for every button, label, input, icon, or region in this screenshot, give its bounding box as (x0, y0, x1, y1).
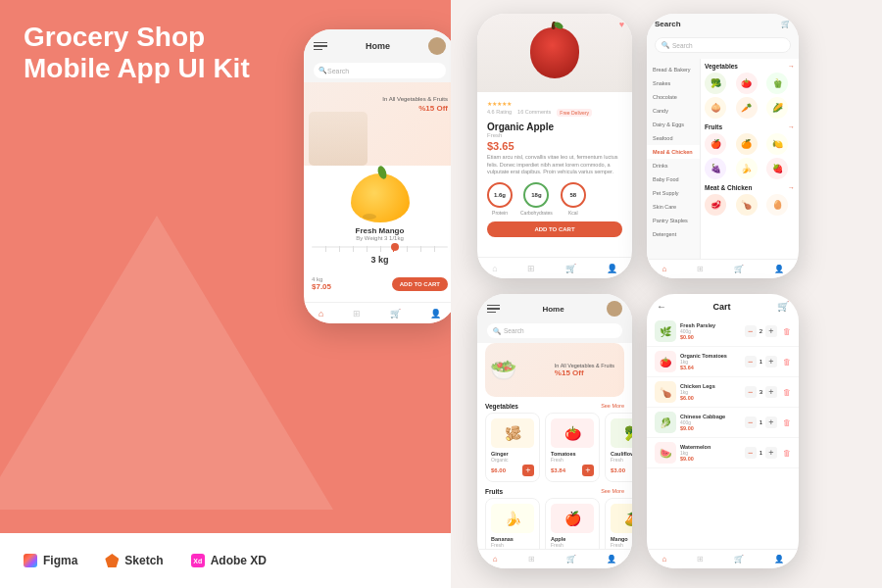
delete-cabbage[interactable]: 🗑 (783, 418, 791, 427)
fruits-arrow[interactable]: → (788, 123, 795, 130)
profile-nav[interactable]: 👤 (607, 264, 617, 273)
orange-item[interactable]: 🍊 (736, 133, 758, 155)
grid-nav[interactable]: ⊞ (697, 555, 704, 564)
ginger-card[interactable]: 🫚 Ginger Organic $6.00 + (485, 413, 540, 482)
delete-watermelon[interactable]: 🗑 (783, 449, 791, 458)
cart-icon[interactable]: 🛒 (777, 301, 789, 312)
banana-item[interactable]: 🍌 (736, 158, 758, 179)
back-button[interactable]: ← (657, 301, 666, 312)
cart-nav[interactable]: 🛒 (566, 555, 576, 564)
tomato-item[interactable]: 🍅 (736, 73, 758, 94)
profile-nav[interactable]: 👤 (607, 555, 616, 564)
grid-nav[interactable]: ⊞ (527, 264, 535, 273)
cart-nav[interactable]: 🛒 (565, 264, 576, 273)
add-to-cart-button[interactable]: ADD TO CART (487, 221, 622, 237)
meat-section-title: Meat & Chicken → (705, 184, 795, 191)
pepper-item[interactable]: 🫑 (766, 73, 788, 94)
chicken-item[interactable]: 🍗 (736, 194, 758, 216)
home-nav[interactable]: ⌂ (493, 555, 498, 564)
phone4-header: Home (477, 294, 632, 320)
onion-item[interactable]: 🧅 (705, 97, 726, 119)
grid-nav[interactable]: ⊞ (528, 555, 535, 564)
meat-grid: 🥩 🍗 🥚 (705, 194, 795, 216)
increase-cabbage[interactable]: + (765, 416, 777, 428)
home-nav[interactable]: ⌂ (492, 264, 497, 273)
decrease-chicken[interactable]: − (745, 386, 757, 398)
search-box[interactable]: 🔍 Search (314, 63, 446, 78)
phone1-bottom-bar: 4 kg $7.05 ADD TO CART (304, 276, 456, 297)
user-avatar[interactable] (607, 301, 622, 317)
category-drinks[interactable]: Drinks (647, 159, 700, 172)
broccoli-item[interactable]: 🥦 (705, 73, 726, 94)
category-candy[interactable]: Candy (647, 104, 700, 118)
home-nav-icon[interactable]: ⌂ (318, 309, 323, 318)
phone2-navbar: ⌂ ⊞ 🛒 👤 (477, 257, 632, 278)
home-nav[interactable]: ⌂ (662, 555, 666, 564)
increase-chicken[interactable]: + (765, 386, 777, 398)
increase-watermelon[interactable]: + (765, 447, 777, 459)
add-to-cart-button[interactable]: ADD TO CART (392, 277, 448, 291)
apple-item[interactable]: 🍎 (705, 133, 726, 155)
grape-item[interactable]: 🍇 (705, 158, 726, 179)
kcal-circle: 58 (561, 182, 586, 208)
delete-tomatoes[interactable]: 🗑 (783, 358, 791, 367)
phone-mango-detail: Home 🔍 Search In All Vegetables & Fruits… (304, 29, 456, 323)
hero-veggie-image: 🥗 (490, 358, 539, 397)
category-baby[interactable]: Baby Food (647, 172, 700, 186)
search-icon: 🔍 (662, 41, 669, 49)
cart-nav[interactable]: 🛒 (734, 265, 744, 273)
vegetables-arrow[interactable]: → (788, 63, 795, 70)
category-dairy[interactable]: Dairy & Eggs (647, 118, 700, 131)
add-ginger-button[interactable]: + (522, 465, 534, 476)
decrease-tomatoes[interactable]: − (745, 356, 757, 368)
search-input[interactable]: 🔍 Search (487, 323, 622, 338)
category-chocolate[interactable]: Chocolate (647, 90, 700, 104)
tomatoes-card[interactable]: 🍅 Tomatoes Fresh $3.84 + (545, 413, 600, 482)
decrease-watermelon[interactable]: − (745, 447, 757, 459)
cart-nav[interactable]: 🛒 (734, 555, 744, 564)
profile-nav[interactable]: 👤 (774, 555, 784, 564)
category-meal[interactable]: Meal & Chicken (647, 145, 700, 159)
category-snakes[interactable]: Snakes (647, 76, 700, 90)
delete-chicken[interactable]: 🗑 (783, 388, 791, 397)
carrot-item[interactable]: 🥕 (736, 97, 758, 119)
meat-arrow[interactable]: → (788, 184, 795, 191)
category-detergent[interactable]: Detergent (647, 227, 700, 241)
decrease-parsley[interactable]: − (745, 325, 757, 337)
category-skin[interactable]: Skin Care (647, 200, 700, 214)
hero-text: In All Vegetables & Fruits %15 Off (555, 363, 614, 377)
grid-nav-icon[interactable]: ⊞ (353, 309, 361, 318)
product-meta: 4.6 Rating 16 Comments Free Delivery (487, 109, 622, 117)
cart-nav-icon[interactable]: 🛒 (390, 309, 401, 318)
strawberry-item[interactable]: 🍓 (766, 158, 788, 179)
search-placeholder: Search (672, 42, 693, 49)
decrease-cabbage[interactable]: − (745, 416, 757, 428)
increase-parsley[interactable]: + (765, 325, 777, 337)
delete-parsley[interactable]: 🗑 (783, 327, 791, 336)
add-tomatoes-button[interactable]: + (582, 465, 594, 476)
lemon-item[interactable]: 🍋 (766, 133, 788, 155)
profile-nav[interactable]: 👤 (774, 265, 784, 273)
steak-item[interactable]: 🥩 (705, 194, 726, 216)
category-bread[interactable]: Bread & Bakery (647, 63, 700, 76)
egg-item[interactable]: 🥚 (766, 194, 788, 216)
phone3-search-input[interactable]: 🔍 Search (655, 37, 791, 53)
chicken-cart-image: 🍗 (655, 381, 676, 403)
weight-slider[interactable] (312, 246, 448, 248)
category-pet[interactable]: Pet Supply (647, 186, 700, 200)
increase-tomatoes[interactable]: + (765, 356, 777, 368)
fruit-grid: 🍎 🍊 🍋 🍇 🍌 🍓 (705, 133, 795, 179)
category-seafood[interactable]: Seafood (647, 131, 700, 145)
grid-nav[interactable]: ⊞ (697, 265, 704, 273)
corn-item[interactable]: 🌽 (766, 97, 788, 119)
phone-home-products: Home 🔍 Search 🥗 In All Vegetables & Frui… (477, 294, 632, 568)
favorite-icon[interactable]: ♥ (619, 20, 624, 29)
menu-icon[interactable] (314, 42, 327, 51)
cauliflower-card[interactable]: 🥦 Cauliflower Fresh $3.00 + (605, 413, 632, 482)
menu-icon[interactable] (487, 305, 500, 314)
cart-header-icon[interactable]: 🛒 (781, 20, 791, 28)
home-nav[interactable]: ⌂ (662, 265, 666, 273)
profile-nav-icon[interactable]: 👤 (430, 309, 441, 318)
user-avatar[interactable] (428, 37, 446, 55)
category-pantry[interactable]: Pantry Staples (647, 214, 700, 227)
